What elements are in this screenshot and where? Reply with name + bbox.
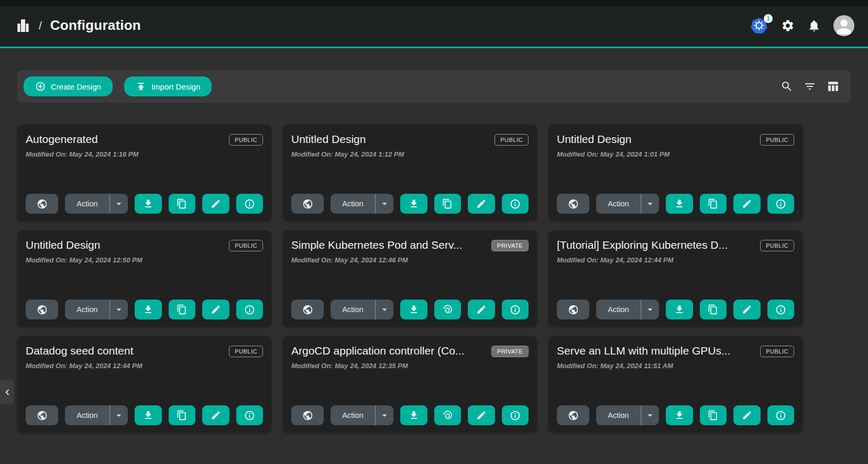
caret-down-icon[interactable] [641,410,659,421]
kanvas-button[interactable] [434,300,462,319]
create-design-button[interactable]: Create Design [24,76,113,96]
visibility-globe-button[interactable] [291,405,324,425]
globe-icon [568,410,579,421]
action-dropdown-button[interactable]: Action [596,405,659,425]
info-button[interactable] [767,194,795,214]
edit-button[interactable] [733,194,761,214]
caret-down-icon[interactable] [376,304,393,315]
modified-timestamp: Modified On: May 24, 2024 12:35 PM [291,362,529,370]
download-button[interactable] [666,300,693,319]
info-icon [510,198,521,209]
visibility-globe-button[interactable] [26,300,58,319]
copy-button[interactable] [434,194,462,214]
modified-timestamp: Modified On: May 24, 2024 12:44 PM [26,362,263,370]
pencil-icon [742,198,752,209]
visibility-globe-button[interactable] [557,194,589,214]
edit-button[interactable] [202,300,229,319]
import-design-button[interactable]: Import Design [124,76,212,96]
action-dropdown-button[interactable]: Action [65,194,128,214]
visibility-globe-button[interactable] [557,300,589,319]
action-dropdown-button[interactable]: Action [65,300,128,319]
pencil-icon [476,410,487,421]
copy-button[interactable] [700,194,727,214]
copy-button[interactable] [169,194,196,214]
action-dropdown-button[interactable]: Action [331,194,393,214]
avatar[interactable] [833,15,854,36]
edit-button[interactable] [202,194,229,214]
info-button[interactable] [502,405,529,425]
action-dropdown-button[interactable]: Action [331,300,393,319]
design-card[interactable]: Untitled Design PUBLIC Modified On: May … [548,125,803,221]
design-title: Autogenerated [26,133,223,146]
create-design-label: Create Design [51,82,101,91]
download-button[interactable] [135,405,162,425]
caret-down-icon[interactable] [641,198,659,209]
download-button[interactable] [400,194,427,214]
kanvas-button[interactable] [434,405,462,425]
visibility-globe-button[interactable] [291,194,324,214]
upload-icon [136,81,146,92]
bell-icon[interactable] [807,19,821,32]
download-button[interactable] [400,405,427,425]
table-view-icon[interactable] [827,80,839,93]
download-button[interactable] [400,300,427,319]
download-button[interactable] [135,194,162,214]
copy-icon [177,410,187,421]
filter-icon[interactable] [804,80,816,93]
action-dropdown-button[interactable]: Action [331,405,393,425]
info-button[interactable] [236,405,263,425]
copy-button[interactable] [169,405,196,425]
visibility-globe-button[interactable] [26,194,58,214]
action-dropdown-button[interactable]: Action [65,405,128,425]
edit-button[interactable] [468,194,495,214]
visibility-globe-button[interactable] [557,405,589,425]
chevron-left-icon [2,386,13,398]
search-icon[interactable] [781,80,793,93]
design-card[interactable]: Autogenerated PUBLIC Modified On: May 24… [17,125,271,221]
download-icon [143,304,153,315]
design-card[interactable]: Datadog seed content PUBLIC Modified On:… [17,336,271,433]
edit-button[interactable] [468,300,495,319]
copy-button[interactable] [700,405,727,425]
copy-icon [708,410,718,421]
caret-down-icon[interactable] [641,304,659,315]
action-button-label: Action [596,305,641,314]
caret-down-icon[interactable] [110,410,128,421]
edit-button[interactable] [733,300,761,319]
info-button[interactable] [767,300,795,319]
design-card[interactable]: Untitled Design PUBLIC Modified On: May … [283,125,537,221]
visibility-globe-button[interactable] [291,300,324,319]
info-icon [244,410,255,421]
copy-button[interactable] [169,300,196,319]
caret-down-icon[interactable] [376,198,393,209]
caret-down-icon[interactable] [376,410,393,421]
organization-icon[interactable] [15,17,31,34]
info-button[interactable] [502,194,529,214]
design-card[interactable]: [Tutorial] Exploring Kubernetes D... PUB… [548,230,803,327]
caret-down-icon[interactable] [110,304,128,315]
caret-down-icon[interactable] [110,198,128,209]
design-card[interactable]: ArgoCD application controller (Co... PRI… [283,336,537,433]
design-card[interactable]: Simple Kubernetes Pod and Serv... PRIVAT… [283,230,537,327]
edit-button[interactable] [202,405,229,425]
download-button[interactable] [135,300,162,319]
action-button-label: Action [65,411,109,419]
download-button[interactable] [666,194,693,214]
copy-button[interactable] [700,300,727,319]
info-button[interactable] [236,194,263,214]
action-dropdown-button[interactable]: Action [596,300,659,319]
drawer-collapse-toggle[interactable] [0,380,14,404]
kubernetes-context-button[interactable]: 1 [751,17,768,34]
gear-icon[interactable] [781,19,795,32]
info-button[interactable] [502,300,529,319]
edit-button[interactable] [733,405,761,425]
info-button[interactable] [767,405,795,425]
visibility-globe-button[interactable] [26,405,58,425]
edit-button[interactable] [468,405,495,425]
design-card[interactable]: Untitled Design PUBLIC Modified On: May … [17,230,271,327]
action-dropdown-button[interactable]: Action [596,194,659,214]
download-button[interactable] [666,405,693,425]
info-button[interactable] [236,300,263,319]
design-card[interactable]: Serve an LLM with multiple GPUs... PUBLI… [548,336,803,433]
copy-icon [708,198,718,209]
